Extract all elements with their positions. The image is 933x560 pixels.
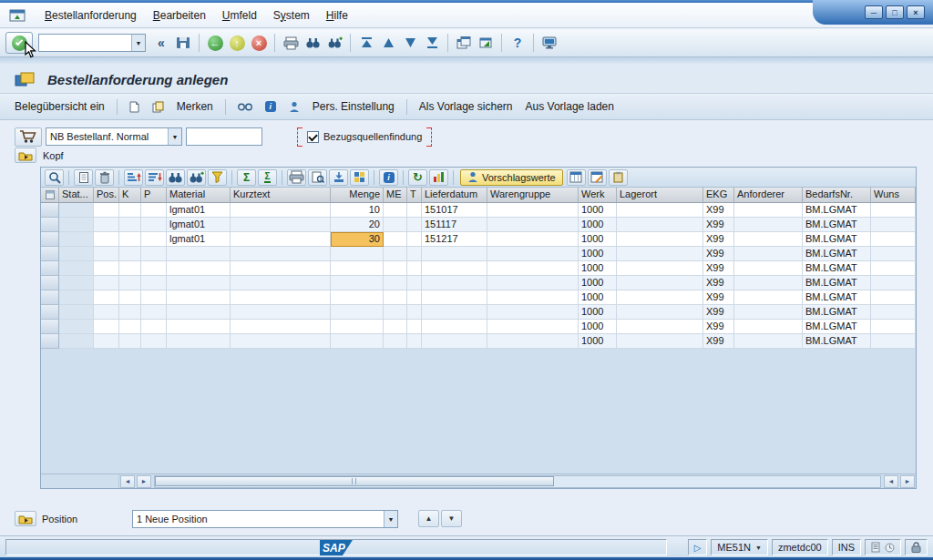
- column-header-ekg[interactable]: EKG: [703, 188, 734, 203]
- hscroll-thumb[interactable]: [155, 476, 554, 486]
- cell-bedarfsnr[interactable]: BM.LGMAT: [803, 305, 871, 320]
- menu-item-hilfe[interactable]: Hilfe: [318, 6, 356, 25]
- cell-stat[interactable]: [59, 203, 94, 218]
- column-header-material[interactable]: Material: [167, 188, 231, 203]
- select-all-button[interactable]: [41, 188, 59, 203]
- last-page-button[interactable]: [422, 32, 442, 54]
- cell-p[interactable]: [141, 247, 167, 261]
- cell-stat[interactable]: [59, 290, 94, 305]
- row-selector[interactable]: [41, 290, 59, 305]
- first-page-button[interactable]: [356, 32, 376, 54]
- column-header-p[interactable]: P: [141, 188, 167, 203]
- find-button[interactable]: [302, 32, 323, 54]
- column-header-k[interactable]: K: [119, 188, 141, 203]
- column-header-t[interactable]: T: [407, 188, 422, 203]
- cell-anforderer[interactable]: [734, 305, 803, 320]
- cell-me[interactable]: [384, 276, 407, 290]
- clipboard-button[interactable]: [609, 169, 628, 186]
- cell-material[interactable]: [167, 305, 231, 320]
- cell-k[interactable]: [119, 247, 141, 261]
- cell-pos[interactable]: [94, 320, 119, 334]
- info-button[interactable]: i: [379, 169, 398, 186]
- cell-lagerort[interactable]: [617, 290, 703, 305]
- exit-button[interactable]: ↑: [227, 32, 247, 54]
- find-next-button[interactable]: [324, 32, 344, 54]
- sort-desc-button[interactable]: [145, 169, 164, 186]
- cell-k[interactable]: [119, 232, 141, 247]
- cell-werk[interactable]: 1000: [579, 320, 617, 334]
- cell-lagerort[interactable]: [617, 247, 703, 261]
- cell-anforderer[interactable]: [734, 203, 803, 218]
- cell-warengruppe[interactable]: [487, 232, 579, 247]
- cell-t[interactable]: [407, 203, 422, 218]
- cell-anforderer[interactable]: [734, 232, 803, 247]
- cell-material[interactable]: lgmat01: [167, 218, 231, 232]
- load-from-template-button[interactable]: Aus Vorlage laden: [520, 97, 620, 116]
- cell-k[interactable]: [119, 261, 141, 276]
- cell-stat[interactable]: [59, 247, 94, 261]
- cell-me[interactable]: [384, 247, 407, 261]
- cell-warengruppe[interactable]: [487, 261, 579, 276]
- column-header-kurztext[interactable]: Kurztext: [231, 188, 331, 203]
- find-next-button[interactable]: [187, 169, 206, 186]
- transaction-field[interactable]: ME51N ▼: [711, 539, 768, 555]
- row-selector[interactable]: [41, 276, 59, 290]
- subtotal-button[interactable]: Σ: [258, 169, 277, 186]
- cell-ekg[interactable]: X99: [703, 247, 734, 261]
- create-document-button[interactable]: [124, 98, 145, 116]
- cell-stat[interactable]: [59, 320, 94, 334]
- cell-bedarfsnr[interactable]: BM.LGMAT: [803, 334, 871, 349]
- cell-ekg[interactable]: X99: [703, 218, 734, 232]
- cell-wuns[interactable]: [871, 320, 916, 334]
- cell-lagerort[interactable]: [617, 334, 703, 349]
- maximize-button[interactable]: □: [886, 5, 904, 19]
- column-header-pos[interactable]: Pos.: [94, 188, 119, 203]
- cell-p[interactable]: [141, 334, 167, 349]
- scroll-right-end-button[interactable]: ►: [900, 475, 915, 488]
- menu-item-system[interactable]: System: [265, 6, 318, 25]
- column-header-stat[interactable]: Stat...: [59, 188, 94, 203]
- cell-bedarfsnr[interactable]: BM.LGMAT: [803, 261, 871, 276]
- cell-me[interactable]: [384, 290, 407, 305]
- cell-lagerort[interactable]: [617, 276, 703, 290]
- cell-p[interactable]: [141, 261, 167, 276]
- cell-lieferdatum[interactable]: [422, 305, 487, 320]
- print-button[interactable]: [287, 169, 306, 186]
- details-button[interactable]: [45, 169, 64, 186]
- configuration-button[interactable]: [588, 169, 607, 186]
- cell-ekg[interactable]: X99: [703, 320, 734, 334]
- cell-warengruppe[interactable]: [487, 276, 579, 290]
- cell-k[interactable]: [119, 203, 141, 218]
- cell-lieferdatum[interactable]: [422, 290, 487, 305]
- column-header-werk[interactable]: Werk: [579, 188, 617, 203]
- row-selector[interactable]: [41, 305, 59, 320]
- cell-anforderer[interactable]: [734, 247, 803, 261]
- cell-menge[interactable]: [331, 334, 384, 349]
- cell-t[interactable]: [407, 305, 422, 320]
- cell-kurztext[interactable]: [231, 232, 331, 247]
- hold-documents-button[interactable]: [147, 98, 169, 116]
- cell-lieferdatum[interactable]: [422, 334, 487, 349]
- find-button[interactable]: [166, 169, 185, 186]
- cell-k[interactable]: [119, 276, 141, 290]
- cell-t[interactable]: [407, 334, 422, 349]
- cell-lieferdatum[interactable]: 151117: [422, 218, 487, 232]
- cell-lieferdatum[interactable]: [422, 320, 487, 334]
- column-header-anforderer[interactable]: Anforderer: [734, 188, 803, 203]
- cell-anforderer[interactable]: [734, 320, 803, 334]
- print-button[interactable]: [281, 32, 301, 54]
- cell-stat[interactable]: [59, 261, 94, 276]
- cell-lieferdatum[interactable]: 151217: [422, 232, 487, 247]
- cell-kurztext[interactable]: [231, 261, 331, 276]
- cell-p[interactable]: [141, 320, 167, 334]
- column-header-warengruppe[interactable]: Warengruppe: [487, 188, 579, 203]
- row-selector[interactable]: [41, 232, 59, 247]
- cell-warengruppe[interactable]: [487, 203, 579, 218]
- document-overview-toggle-button[interactable]: Belegübersicht ein: [9, 97, 110, 116]
- save-as-template-button[interactable]: Als Vorlage sichern: [414, 97, 518, 116]
- cell-material[interactable]: lgmat01: [167, 203, 231, 218]
- cell-material[interactable]: [167, 320, 231, 334]
- cell-stat[interactable]: [59, 334, 94, 349]
- cell-lagerort[interactable]: [617, 320, 703, 334]
- cell-werk[interactable]: 1000: [579, 290, 617, 305]
